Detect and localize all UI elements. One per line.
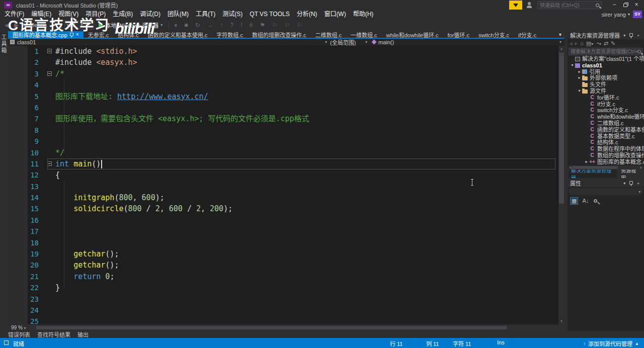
restore-button[interactable] xyxy=(620,1,631,10)
scrollbar-thumb[interactable] xyxy=(573,166,618,169)
code-line[interactable]: 3/* xyxy=(8,68,558,79)
bottom-tab[interactable]: 输出 xyxy=(77,330,89,338)
sync-with-active-document-icon[interactable]: ⇄ xyxy=(604,40,608,47)
fold-margin[interactable] xyxy=(46,57,55,68)
code-line[interactable]: 23 xyxy=(8,294,558,305)
chevron-expanded-icon[interactable]: ▾ xyxy=(570,62,575,69)
navigate-back-icon[interactable]: ◀ xyxy=(3,22,11,29)
document-tab[interactable]: 一维数组.c xyxy=(346,31,382,38)
avatar[interactable]: SY xyxy=(633,11,642,18)
pin-icon[interactable] xyxy=(627,33,635,38)
document-tab[interactable]: 字符数组.c xyxy=(212,31,248,38)
chevron-expanded-icon[interactable]: ▾ xyxy=(577,88,582,95)
code-editor[interactable]: 1#include <stdio.h>2#include <easyx.h>3/… xyxy=(8,46,558,324)
document-tab[interactable]: 二维数组.c xyxy=(310,31,346,38)
forward-icon[interactable]: ▸ xyxy=(575,40,578,47)
document-tab[interactable]: 数组的增删改查操作.c xyxy=(248,31,311,38)
toolbar-icon[interactable]: ■ xyxy=(183,22,189,29)
code-line[interactable]: 19 getchar(); xyxy=(8,248,558,259)
properties-object-dropdown[interactable]: ▾ xyxy=(569,188,642,195)
window-position-icon[interactable]: ▾ xyxy=(621,181,627,186)
fold-collapse-icon[interactable] xyxy=(47,49,52,53)
fold-margin[interactable] xyxy=(46,294,55,305)
menu-item-b[interactable]: 生成(B) xyxy=(109,10,136,19)
fold-margin[interactable] xyxy=(46,113,55,124)
menu-item-p[interactable]: 项目(P) xyxy=(82,10,109,19)
tab-overflow-icon[interactable]: ▼ xyxy=(558,32,565,37)
menu-item-s[interactable]: 测试(S) xyxy=(219,10,246,19)
toolbar-icon[interactable]: ! xyxy=(239,22,244,29)
code-line[interactable]: 1#include <stdio.h> xyxy=(8,46,558,57)
toolbar-icon[interactable]: ⚐ xyxy=(296,22,304,29)
editor-horizontal-scrollbar[interactable] xyxy=(29,325,564,330)
fold-margin[interactable] xyxy=(46,282,55,293)
scroll-down-icon[interactable]: ▼ xyxy=(558,318,565,324)
tree-item[interactable]: ▾源文件 xyxy=(568,88,644,95)
document-tab[interactable]: 结构体.c xyxy=(113,31,143,38)
code-line[interactable]: 13 xyxy=(8,181,558,192)
document-tab[interactable]: switch分支.c xyxy=(474,31,514,38)
code-line[interactable]: 14 initgraph(800, 600); xyxy=(8,192,558,203)
toolbar-icon[interactable]: ⚐ xyxy=(283,22,292,29)
chevron-collapsed-icon[interactable]: ▸ xyxy=(584,159,589,165)
pending-changes-filter-icon[interactable]: ◔▾ xyxy=(596,40,601,46)
code-line[interactable]: 20 getchar(); xyxy=(8,259,558,271)
toolbar-icon[interactable]: ↑ xyxy=(219,22,225,29)
account-name[interactable]: sirer yang xyxy=(602,12,626,18)
menu-item-w[interactable]: 窗口(W) xyxy=(320,10,349,19)
code-line[interactable]: 17 xyxy=(8,226,558,237)
tree-item[interactable]: Cswitch分支.c xyxy=(568,107,644,114)
solution-config-dropdown[interactable]: Debug▾ xyxy=(28,20,62,30)
code-line[interactable]: 9 xyxy=(8,136,558,147)
fold-margin[interactable] xyxy=(46,169,55,181)
fold-margin[interactable] xyxy=(46,68,55,79)
tree-item[interactable]: Cif分支.c xyxy=(568,101,644,108)
fold-margin[interactable] xyxy=(46,192,55,203)
notifications-flag-button[interactable] xyxy=(509,1,522,10)
toolbar-icon[interactable]: ↻ xyxy=(194,22,202,29)
bottom-tab[interactable]: 查找符号结果 xyxy=(37,330,70,338)
fold-margin[interactable] xyxy=(46,226,55,237)
document-tab[interactable]: while和dowhile循环.c xyxy=(382,31,443,38)
fold-margin[interactable] xyxy=(46,147,55,158)
fold-margin[interactable] xyxy=(46,79,55,91)
fold-margin[interactable] xyxy=(46,91,55,102)
fold-collapse-icon[interactable] xyxy=(47,161,52,166)
scrollbar-thumb[interactable] xyxy=(36,326,507,329)
window-position-icon[interactable]: ▾ xyxy=(621,33,627,38)
home-icon[interactable]: ⌂ xyxy=(580,40,584,46)
menu-item-qtvstools[interactable]: QT VS TOOLS xyxy=(246,10,293,19)
tree-horizontal-scrollbar[interactable]: ◀ ▶ xyxy=(568,165,643,169)
code-line[interactable]: 8 xyxy=(8,125,558,136)
document-tab[interactable]: if分支.c xyxy=(514,31,541,38)
tree-item[interactable]: C二维数组.c xyxy=(568,120,644,127)
menu-item-d[interactable]: 调试(D) xyxy=(136,10,164,19)
pin-icon[interactable] xyxy=(627,181,635,186)
fold-margin[interactable] xyxy=(46,46,55,57)
menu-item-e[interactable]: 编辑(E) xyxy=(28,10,55,19)
scroll-up-icon[interactable]: ▲ xyxy=(558,46,565,52)
editor-vertical-scrollbar[interactable]: ▲ ▼ xyxy=(558,46,565,324)
toolbar-icon[interactable]: ⚐ xyxy=(271,22,279,29)
code-line[interactable]: 25 xyxy=(8,316,558,324)
tree-item[interactable]: C基本数据类型.c xyxy=(568,133,644,140)
close-button[interactable]: × xyxy=(631,1,642,10)
tree-item[interactable]: Cwhile和dowhile循环.c xyxy=(568,114,644,120)
alphabetical-sort-icon[interactable]: A↓ xyxy=(581,198,590,204)
scope-dropdown[interactable]: (全局范围) ▾ xyxy=(330,39,370,45)
minimize-button[interactable]: − xyxy=(609,1,620,10)
menu-item-f[interactable]: 文件(F) xyxy=(1,10,28,19)
code-line[interactable]: 10*/ xyxy=(8,147,558,158)
property-pages-icon[interactable] xyxy=(593,198,598,204)
feedback-icon[interactable] xyxy=(526,2,532,8)
tree-item[interactable]: C函数的定义和基本使用.c xyxy=(568,127,644,133)
scroll-left-icon[interactable]: ◀ xyxy=(568,165,573,169)
code-line[interactable]: 4 xyxy=(8,79,558,91)
start-debugging-button[interactable]: 本地 Windows 调试器 ▾ xyxy=(96,21,165,29)
document-tab[interactable]: 图形库的基本概念.cpp× xyxy=(8,31,84,38)
code-line[interactable]: 16 xyxy=(8,215,558,226)
tree-item[interactable]: ▸++图形库的基本概念.cpp xyxy=(568,159,644,165)
tree-item[interactable]: ▾class01 xyxy=(568,62,644,69)
account-dropdown-icon[interactable]: ▾ xyxy=(628,12,630,17)
document-tab[interactable]: for循环.c xyxy=(443,31,474,38)
